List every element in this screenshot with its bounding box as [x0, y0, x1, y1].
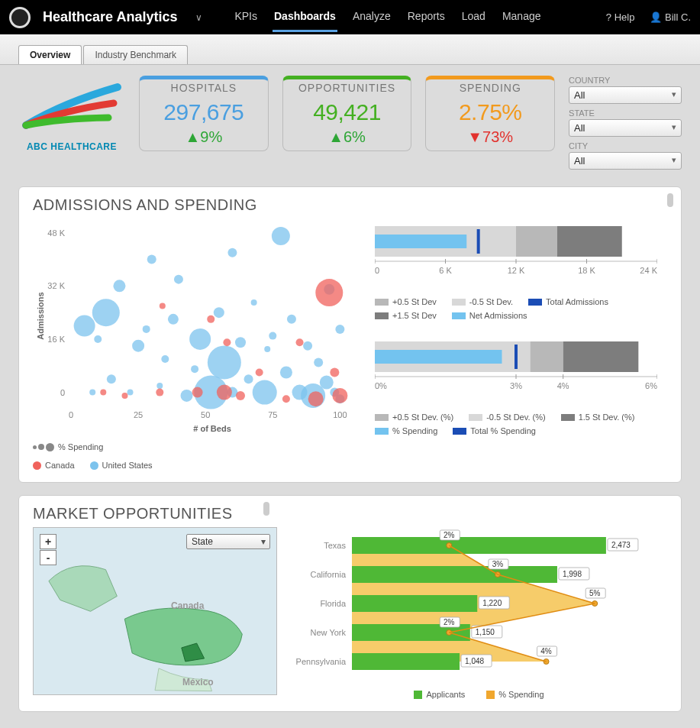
svg-point-33 [235, 337, 246, 348]
nav-manage[interactable]: Manage [501, 2, 543, 32]
map-canvas [34, 528, 276, 695]
spending-bullet-chart[interactable]: 0%3%4%6% [375, 334, 657, 406]
svg-point-24 [174, 275, 183, 284]
svg-point-43 [303, 341, 312, 351]
help-link[interactable]: ? Help [606, 11, 635, 23]
svg-point-19 [143, 325, 150, 333]
svg-point-21 [156, 383, 163, 389]
svg-text:3%: 3% [492, 560, 504, 568]
svg-point-34 [244, 374, 253, 383]
svg-point-54 [156, 389, 163, 396]
svg-point-23 [168, 314, 179, 325]
scatter-legend: % Spending Canada United States [33, 442, 361, 470]
svg-point-64 [315, 279, 343, 306]
svg-point-60 [256, 368, 263, 376]
market-bars-legend: Applicants % Spending [291, 690, 667, 699]
kpi-hospitals-label: HOSPITALS [140, 79, 268, 96]
svg-text:6%: 6% [645, 381, 657, 390]
nav-kpis[interactable]: KPIs [233, 2, 259, 32]
kpi-row: ABC HEALTHCARE HOSPITALS 297,675 ▲9% OPP… [18, 76, 682, 174]
legend-us: United States [102, 461, 153, 470]
panel-resize-handle[interactable] [667, 193, 673, 207]
admissions-bullet-chart[interactable]: 06 K12 K18 K24 K [375, 218, 657, 291]
brand-name: ABC HEALTHCARE [18, 141, 125, 152]
filter-country-label: COUNTRY [569, 76, 682, 85]
svg-point-38 [269, 332, 276, 340]
svg-text:1,998: 1,998 [563, 570, 582, 578]
filter-country-select[interactable]: All [569, 86, 682, 104]
tab-overview[interactable]: Overview [18, 45, 82, 64]
kpi-opportunities[interactable]: OPPORTUNITIES 49,421 ▲6% [282, 76, 412, 151]
svg-text:California: California [311, 570, 347, 579]
panel-resize-handle[interactable] [263, 502, 269, 516]
kpi-hospitals[interactable]: HOSPITALS 297,675 ▲9% [139, 76, 269, 151]
svg-text:1,150: 1,150 [476, 628, 495, 636]
kpi-hospitals-value: 297,675 [140, 96, 268, 128]
kpi-spend-label: SPENDING [426, 79, 554, 96]
svg-point-46 [320, 376, 334, 390]
market-map[interactable]: + - State Canada México [33, 527, 277, 695]
svg-point-13 [94, 335, 102, 343]
svg-point-49 [335, 325, 344, 334]
svg-point-31 [227, 248, 237, 257]
svg-text:4%: 4% [540, 647, 552, 655]
svg-point-40 [280, 366, 292, 378]
app-title-dropdown-icon[interactable]: ∨ [195, 12, 202, 23]
nav-dashboards[interactable]: Dashboards [273, 2, 337, 32]
tab-industry-benchmark[interactable]: Industry Benchmark [83, 45, 188, 64]
svg-point-56 [207, 315, 215, 323]
svg-text:2%: 2% [444, 531, 455, 539]
svg-point-53 [160, 303, 166, 309]
svg-point-29 [214, 307, 224, 318]
kpi-opps-label: OPPORTUNITIES [283, 79, 411, 96]
svg-point-62 [296, 338, 304, 346]
svg-text:1,220: 1,220 [482, 599, 502, 607]
svg-text:2%: 2% [444, 618, 455, 626]
svg-point-36 [253, 380, 277, 405]
kpi-opps-delta: ▲6% [283, 128, 411, 150]
svg-text:16 K: 16 K [47, 335, 65, 344]
svg-point-11 [74, 315, 95, 337]
kpi-hospitals-delta: ▲9% [140, 128, 268, 150]
admissions-panel: ADMISSIONS AND SPENDING 016 K32 K48 K025… [18, 186, 682, 483]
kpi-spend-value: 2.75% [426, 96, 554, 128]
svg-point-61 [282, 395, 290, 403]
svg-text:# of Beds: # of Beds [193, 424, 231, 433]
svg-rect-99 [352, 537, 606, 554]
nav-reports[interactable]: Reports [406, 2, 447, 32]
bullet1-legend: +0.5 St Dev -0.5 St Dev. Total Admission… [375, 297, 667, 320]
svg-point-63 [308, 391, 324, 406]
top-nav: Healthcare Analytics ∨ KPIs Dashboards A… [0, 0, 700, 34]
market-title: MARKET OPPORTUNITIES [33, 505, 667, 523]
svg-text:2,473: 2,473 [611, 541, 631, 549]
help-icon: ? [606, 11, 615, 23]
svg-text:New York: New York [311, 628, 347, 637]
user-menu[interactable]: 👤 Bill C. [650, 11, 691, 23]
app-title: Healthcare Analytics [43, 9, 177, 25]
svg-point-26 [191, 365, 198, 373]
svg-rect-69 [557, 226, 622, 257]
admissions-title: ADMISSIONS AND SPENDING [33, 196, 667, 214]
admissions-scatter-chart[interactable]: 016 K32 K48 K0255075100# of BedsAdmissio… [33, 218, 361, 436]
kpi-spending[interactable]: SPENDING 2.75% ▼73% [425, 76, 555, 151]
svg-point-20 [147, 255, 156, 264]
svg-text:24 K: 24 K [640, 266, 657, 275]
nav-load[interactable]: Load [460, 2, 487, 32]
app-logo-icon [9, 7, 31, 28]
filter-city-select[interactable]: All [569, 152, 682, 170]
svg-rect-87 [515, 345, 518, 369]
filter-state-select[interactable]: All [569, 119, 682, 137]
filter-state-label: STATE [569, 108, 682, 118]
svg-text:Florida: Florida [320, 599, 347, 608]
bullet2-legend: +0.5 St Dev. (%) -0.5 St Dev. (%) 1.5 St… [375, 413, 667, 435]
market-bars-chart[interactable]: Texas2,4732%California1,9983%Florida1,22… [291, 527, 657, 684]
svg-point-15 [107, 374, 116, 383]
user-icon: 👤 [650, 11, 665, 23]
svg-text:Admissions: Admissions [36, 292, 45, 339]
svg-point-27 [189, 328, 211, 350]
svg-point-16 [113, 280, 125, 292]
market-panel: MARKET OPPORTUNITIES + - State Canada Mé… [18, 495, 682, 712]
nav-analyze[interactable]: Analyze [351, 2, 392, 32]
svg-text:75: 75 [268, 410, 277, 419]
map-label-canada: Canada [171, 600, 204, 611]
